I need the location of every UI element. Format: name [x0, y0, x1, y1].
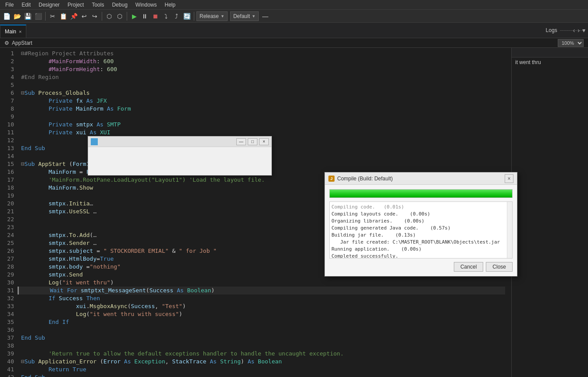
release-dropdown[interactable]: Release ▼	[196, 11, 228, 21]
menu-bar: File Edit Designer Project Tools Debug W…	[0, 0, 588, 10]
tab-main-close[interactable]: ×	[19, 29, 21, 34]
menu-debug[interactable]: Debug	[108, 1, 131, 9]
sep3	[127, 12, 127, 21]
breadcrumb-path: AppStart	[12, 40, 32, 46]
code-line-30: Log("it went thru")	[18, 279, 505, 287]
menu-edit[interactable]: Edit	[18, 1, 34, 9]
code-line-8: Private MainForm As Form	[18, 105, 505, 113]
sep2	[102, 12, 102, 21]
compile-buttons: Cancel Close	[329, 262, 513, 272]
toolbar-save[interactable]: 💾	[23, 11, 32, 21]
menu-project[interactable]: Project	[64, 1, 87, 9]
code-line-6: ⊟Sub Process_Globals	[18, 89, 505, 97]
default-dropdown[interactable]: Default ▼	[230, 11, 259, 21]
breadcrumb-icon: ⚙	[4, 40, 9, 46]
code-line-9	[18, 113, 505, 121]
code-line-2: #MainFormWidth: 600	[18, 57, 505, 65]
code-line-3: #MainFormHeight: 600	[18, 65, 505, 73]
progress-bar-container	[329, 189, 513, 198]
log-line-5: Building jar file. (0.13s)	[331, 232, 510, 239]
toolbar-pause[interactable]: ⏸	[140, 11, 150, 21]
log-line-7: Running application. (0.00s)	[331, 246, 510, 253]
toolbar-btn-b[interactable]: ⬡	[115, 11, 125, 21]
sep4	[194, 12, 194, 21]
code-line-34: Log("it went thru with sucess")	[18, 310, 505, 318]
form-maximize-btn[interactable]: □	[248, 138, 257, 145]
compile-icon: J	[328, 176, 335, 182]
form-icon	[91, 138, 98, 145]
toolbar-step-out[interactable]: ⤴	[171, 11, 181, 21]
toolbar-btn-a[interactable]: ⬡	[104, 11, 114, 21]
form-window-btns: — □ ×	[236, 138, 269, 145]
code-line-11: Private xui As XUI	[18, 129, 505, 136]
toolbar-refresh[interactable]: 🔄	[182, 11, 192, 21]
log-line-6: Jar file created: C:\MASTER_ROOT\BLANK\O…	[331, 239, 510, 246]
code-line-41: Return True	[18, 366, 505, 373]
log-line-3: Organizing libraries. (0.00s)	[331, 218, 510, 225]
menu-designer[interactable]: Designer	[35, 1, 63, 9]
line-numbers: 12345 678910 1112131415 1617181920 21222…	[0, 48, 18, 377]
code-line-42: End Sub	[18, 373, 505, 377]
logs-text: it went thru	[515, 59, 541, 65]
code-line-10: Private smtpx As SMTP	[18, 121, 505, 129]
toolbar-copy[interactable]: 📋	[58, 11, 68, 21]
zoom-dropdown[interactable]: 100% 80% 120%	[558, 39, 584, 47]
compile-cancel-btn[interactable]: Cancel	[454, 262, 483, 272]
form-preview-titlebar: — □ ×	[88, 136, 271, 147]
code-line-40: ⊟Sub Application_Error (Error As Excepti…	[18, 358, 505, 366]
sep1	[45, 12, 46, 21]
form-close-btn[interactable]: ×	[259, 138, 269, 145]
toolbar-paste[interactable]: 📌	[69, 11, 78, 21]
code-line-31: Wait For smtptxt_MessageSent(Success As …	[18, 287, 505, 294]
right-panel: it went thru	[511, 48, 588, 377]
toolbar-cut[interactable]: ✂	[48, 11, 57, 21]
menu-tools[interactable]: Tools	[88, 1, 107, 9]
menu-help[interactable]: Help	[161, 1, 179, 9]
toolbar: 📄 📂 💾 ⬛ ✂ 📋 📌 ↩ ↪ ⬡ ⬡ ▶ ⏸ ⏹ ⤵ ⤴ 🔄 Releas…	[0, 10, 588, 23]
logs-panel-title: Logs	[546, 27, 557, 33]
default-label: Default	[233, 13, 250, 19]
code-line-39: 'Return true to allow the default except…	[18, 350, 505, 358]
toolbar-btn4[interactable]: ⬛	[33, 11, 43, 21]
code-line-7: Private fx As JFX	[18, 97, 505, 105]
code-line-35: End If	[18, 318, 505, 326]
toolbar-stop[interactable]: ⏹	[150, 11, 160, 21]
toolbar-extra[interactable]: —	[260, 11, 270, 21]
code-line-36	[18, 326, 505, 334]
compile-close-x[interactable]: ×	[505, 174, 513, 183]
compile-body: Compiling code. (0.01s) Compiling layout…	[325, 185, 517, 276]
tab-bar: Main × ‹ › ▾ Logs ·····················	[0, 23, 588, 38]
compile-dialog: J Compile (Build: Default) × Compiling c…	[324, 172, 517, 276]
logs-dots: ·····················	[560, 28, 585, 33]
log-line-8: Completed successfully.	[331, 253, 510, 259]
release-label: Release	[200, 13, 219, 19]
logs-content: it went thru	[512, 57, 588, 377]
compile-log-scrollbar[interactable]	[507, 202, 512, 258]
menu-file[interactable]: File	[2, 1, 17, 9]
toolbar-open[interactable]: 📂	[12, 11, 22, 21]
breadcrumb-right: 100% 80% 120%	[558, 39, 584, 47]
toolbar-step-in[interactable]: ⤵	[161, 11, 171, 21]
code-line-32: If Success Then	[18, 294, 505, 302]
form-minimize-btn[interactable]: —	[236, 138, 246, 145]
tab-main-label: Main	[5, 29, 16, 35]
compile-close-btn[interactable]: Close	[486, 262, 513, 272]
log-line-2: Compiling layouts code. (0.00s)	[331, 211, 510, 218]
default-arrow: ▼	[252, 14, 256, 18]
compile-title: Compile (Build: Default)	[337, 176, 505, 182]
code-line-38	[18, 342, 505, 350]
compile-log: Compiling code. (0.01s) Compiling layout…	[329, 201, 513, 259]
toolbar-undo[interactable]: ↩	[79, 11, 89, 21]
form-preview-dialog: — □ ×	[88, 136, 272, 176]
code-line-33: xui.MsgboxAsync(Success, "Test")	[18, 302, 505, 310]
tab-main[interactable]: Main ×	[0, 25, 26, 38]
toolbar-redo[interactable]: ↪	[90, 11, 100, 21]
code-line-1: ⊟#Region Project Attributes	[18, 50, 505, 57]
code-line-37: End Sub	[18, 334, 505, 342]
progress-bar-fill	[330, 190, 512, 197]
toolbar-run[interactable]: ▶	[129, 11, 139, 21]
toolbar-new[interactable]: 📄	[2, 11, 11, 21]
code-line-4: #End Region	[18, 73, 505, 81]
release-arrow: ▼	[221, 14, 225, 18]
menu-windows[interactable]: Windows	[132, 1, 160, 9]
